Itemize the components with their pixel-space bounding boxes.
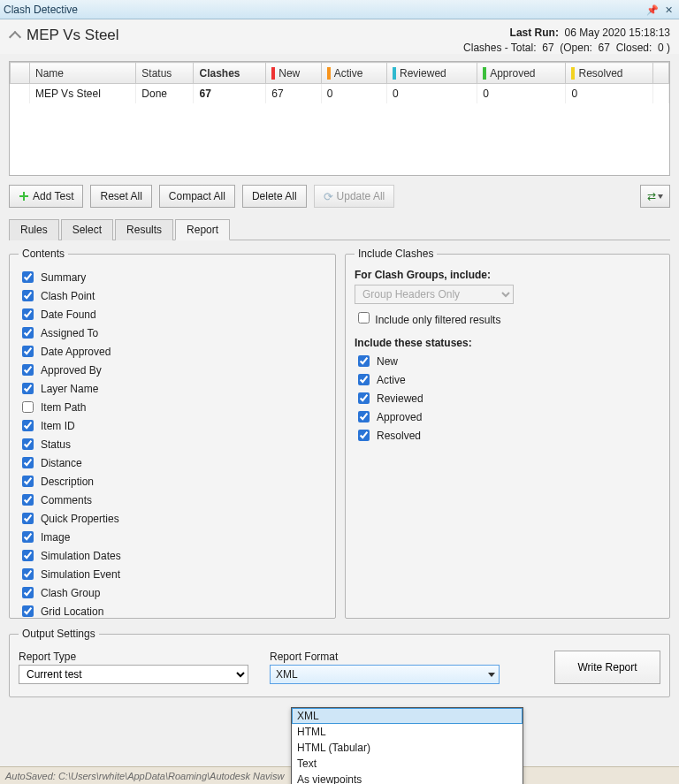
compact-all-button[interactable]: Compact All: [159, 185, 235, 208]
status-item[interactable]: Approved: [355, 408, 660, 425]
contents-item-label: Item Path: [41, 401, 86, 414]
report-format-dropdown[interactable]: XMLHTMLHTML (Tabular)TextAs viewpoints: [291, 707, 523, 784]
contents-item[interactable]: Simulation Dates: [19, 547, 326, 564]
contents-checkbox[interactable]: [22, 383, 34, 394]
contents-item[interactable]: Status: [19, 436, 326, 453]
col-new[interactable]: New: [266, 63, 321, 84]
status-label: Reviewed: [377, 392, 423, 405]
report-format-label: Report Format: [270, 651, 500, 663]
contents-item[interactable]: Simulation Event: [19, 566, 326, 582]
contents-item[interactable]: Distance: [19, 454, 326, 471]
contents-item[interactable]: Item Path: [19, 399, 326, 415]
status-item[interactable]: Resolved: [355, 427, 660, 444]
contents-item[interactable]: Date Found: [19, 306, 326, 323]
tab-rules[interactable]: Rules: [9, 219, 59, 240]
report-type-select[interactable]: Current test: [19, 665, 248, 684]
status-checkbox[interactable]: [358, 430, 370, 441]
tab-select[interactable]: Select: [61, 219, 113, 240]
contents-item-label: Description: [41, 476, 94, 488]
contents-item-label: Image: [41, 531, 70, 544]
write-report-button[interactable]: Write Report: [554, 651, 660, 684]
add-test-button[interactable]: Add Test: [9, 185, 83, 208]
contents-checkbox[interactable]: [22, 327, 34, 339]
report-format-option[interactable]: Text: [292, 756, 523, 772]
contents-item[interactable]: Image: [19, 529, 326, 545]
contents-checkbox[interactable]: [22, 438, 34, 450]
contents-item[interactable]: Grid Location: [19, 603, 326, 620]
contents-checkbox[interactable]: [22, 605, 34, 617]
contents-item-label: Status: [41, 438, 71, 451]
reset-all-button[interactable]: Reset All: [90, 185, 151, 208]
contents-item[interactable]: Item ID: [19, 417, 326, 434]
only-filtered-checkbox[interactable]: Include only filtered results: [355, 314, 500, 326]
contents-checkbox[interactable]: [22, 568, 34, 580]
header: MEP Vs Steel Last Run: 06 May 2020 15:18…: [0, 19, 679, 54]
contents-checkbox[interactable]: [22, 420, 34, 431]
col-active[interactable]: Active: [321, 63, 386, 84]
report-format-option[interactable]: HTML: [292, 724, 523, 740]
import-export-button[interactable]: ⇄: [640, 185, 670, 208]
status-checkbox[interactable]: [358, 374, 370, 385]
contents-item[interactable]: Clash Point: [19, 287, 326, 304]
contents-item[interactable]: Assigned To: [19, 324, 326, 341]
report-format-option[interactable]: HTML (Tabular): [292, 740, 523, 756]
status-item[interactable]: Active: [355, 371, 660, 388]
table-row[interactable]: MEP Vs Steel Done 67 67 0 0 0 0: [11, 84, 669, 104]
report-type-label: Report Type: [19, 651, 248, 663]
contents-item[interactable]: Summary: [19, 269, 326, 285]
contents-item[interactable]: Layer Name: [19, 380, 326, 397]
col-approved[interactable]: Approved: [477, 63, 566, 84]
contents-checkbox[interactable]: [22, 550, 34, 561]
report-format-select[interactable]: XML: [270, 665, 500, 684]
contents-item[interactable]: Description: [19, 473, 326, 490]
contents-checkbox[interactable]: [22, 457, 34, 468]
contents-item-label: Comments: [41, 494, 92, 506]
import-export-icon: ⇄: [647, 190, 656, 202]
collapse-icon[interactable]: [9, 31, 21, 43]
report-format-option[interactable]: As viewpoints: [292, 772, 523, 784]
status-item[interactable]: New: [355, 353, 660, 369]
col-clashes[interactable]: Clashes: [194, 63, 266, 84]
contents-item-label: Simulation Dates: [41, 550, 121, 562]
chevron-down-icon: [658, 194, 663, 199]
pin-icon[interactable]: 📌: [645, 4, 660, 16]
close-icon[interactable]: ✕: [661, 4, 675, 16]
contents-checkbox[interactable]: [22, 346, 34, 357]
contents-checkbox[interactable]: [22, 364, 34, 376]
contents-checkbox[interactable]: [22, 494, 34, 506]
contents-item-label: Grid Location: [41, 605, 103, 618]
contents-checkbox[interactable]: [22, 271, 34, 283]
status-checkbox[interactable]: [358, 392, 370, 404]
contents-checkbox[interactable]: [22, 513, 34, 524]
contents-item-label: Clash Point: [41, 290, 95, 302]
output-legend: Output Settings: [19, 628, 99, 640]
contents-item-label: Distance: [41, 457, 82, 469]
contents-checkbox[interactable]: [22, 290, 34, 301]
contents-checkbox[interactable]: [22, 476, 34, 487]
status-item[interactable]: Reviewed: [355, 390, 660, 407]
status-checkbox[interactable]: [358, 355, 370, 367]
contents-checkbox[interactable]: [22, 531, 34, 543]
contents-checkbox[interactable]: [22, 587, 34, 598]
contents-item[interactable]: Quick Properties: [19, 510, 326, 527]
contents-item-label: Layer Name: [41, 383, 98, 395]
tab-report[interactable]: Report: [175, 219, 230, 240]
contents-checkbox[interactable]: [22, 401, 34, 413]
contents-item[interactable]: Clash Group: [19, 584, 326, 601]
contents-checkbox[interactable]: [22, 308, 34, 320]
delete-all-button[interactable]: Delete All: [242, 185, 307, 208]
col-name[interactable]: Name: [30, 63, 136, 84]
tab-results[interactable]: Results: [115, 219, 173, 240]
report-format-option[interactable]: XML: [292, 708, 523, 724]
contents-item-label: Clash Group: [41, 587, 100, 599]
col-reviewed[interactable]: Reviewed: [387, 63, 477, 84]
contents-item[interactable]: Approved By: [19, 362, 326, 378]
contents-item[interactable]: Comments: [19, 491, 326, 508]
plus-icon: [19, 191, 29, 202]
status-label: Resolved: [377, 430, 421, 442]
contents-item[interactable]: Date Approved: [19, 343, 326, 360]
col-status[interactable]: Status: [136, 63, 194, 84]
tests-grid[interactable]: Name Status Clashes New Active Reviewed …: [9, 61, 670, 176]
status-checkbox[interactable]: [358, 411, 370, 422]
col-resolved[interactable]: Resolved: [566, 63, 652, 84]
